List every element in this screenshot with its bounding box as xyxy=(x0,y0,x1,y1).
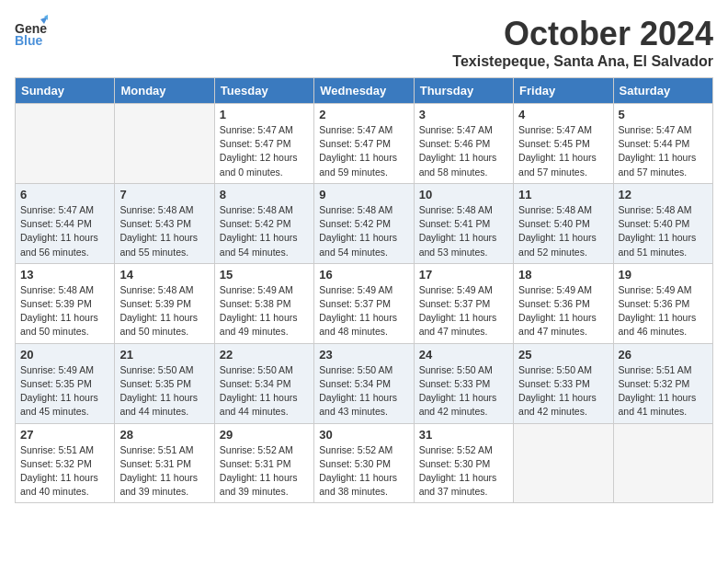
calendar-cell: 16Sunrise: 5:49 AM Sunset: 5:37 PM Dayli… xyxy=(314,263,414,343)
day-number: 26 xyxy=(619,348,708,362)
calendar-cell: 5Sunrise: 5:47 AM Sunset: 5:44 PM Daylig… xyxy=(613,104,712,184)
calendar-cell xyxy=(115,104,214,184)
day-number: 8 xyxy=(220,188,309,201)
day-detail: Sunrise: 5:49 AM Sunset: 5:37 PM Dayligh… xyxy=(319,283,408,339)
title-block: October 2024 Texistepeque, Santa Ana, El… xyxy=(452,15,713,70)
calendar-cell: 1Sunrise: 5:47 AM Sunset: 5:47 PM Daylig… xyxy=(214,104,313,184)
day-detail: Sunrise: 5:49 AM Sunset: 5:38 PM Dayligh… xyxy=(220,283,309,339)
day-number: 2 xyxy=(319,108,408,121)
month-title: October 2024 xyxy=(452,15,713,53)
day-number: 23 xyxy=(319,348,408,362)
calendar-week-row: 27Sunrise: 5:51 AM Sunset: 5:32 PM Dayli… xyxy=(16,423,713,503)
day-detail: Sunrise: 5:50 AM Sunset: 5:34 PM Dayligh… xyxy=(319,363,408,419)
day-number: 1 xyxy=(220,108,309,121)
day-detail: Sunrise: 5:49 AM Sunset: 5:36 PM Dayligh… xyxy=(619,283,708,339)
calendar-week-row: 6Sunrise: 5:47 AM Sunset: 5:44 PM Daylig… xyxy=(16,183,713,263)
day-number: 16 xyxy=(319,268,408,282)
day-detail: Sunrise: 5:48 AM Sunset: 5:41 PM Dayligh… xyxy=(419,203,508,259)
day-number: 4 xyxy=(518,108,608,121)
day-detail: Sunrise: 5:48 AM Sunset: 5:43 PM Dayligh… xyxy=(119,203,209,259)
calendar-cell: 17Sunrise: 5:49 AM Sunset: 5:37 PM Dayli… xyxy=(414,263,513,343)
day-of-week-header: Tuesday xyxy=(214,78,313,104)
day-detail: Sunrise: 5:48 AM Sunset: 5:40 PM Dayligh… xyxy=(518,203,608,259)
day-detail: Sunrise: 5:47 AM Sunset: 5:45 PM Dayligh… xyxy=(518,123,608,179)
calendar-week-row: 13Sunrise: 5:48 AM Sunset: 5:39 PM Dayli… xyxy=(16,263,713,343)
day-detail: Sunrise: 5:52 AM Sunset: 5:30 PM Dayligh… xyxy=(419,443,508,500)
calendar-cell: 6Sunrise: 5:47 AM Sunset: 5:44 PM Daylig… xyxy=(16,183,115,263)
calendar-cell: 22Sunrise: 5:50 AM Sunset: 5:34 PM Dayli… xyxy=(214,343,313,423)
day-detail: Sunrise: 5:51 AM Sunset: 5:32 PM Dayligh… xyxy=(20,443,109,500)
calendar-cell: 25Sunrise: 5:50 AM Sunset: 5:33 PM Dayli… xyxy=(514,343,613,423)
calendar-cell xyxy=(613,423,712,503)
day-number: 19 xyxy=(619,268,708,282)
day-number: 3 xyxy=(419,108,508,121)
calendar-cell: 30Sunrise: 5:52 AM Sunset: 5:30 PM Dayli… xyxy=(314,423,414,503)
calendar-cell xyxy=(514,423,613,503)
calendar-cell: 24Sunrise: 5:50 AM Sunset: 5:33 PM Dayli… xyxy=(414,343,513,423)
day-number: 17 xyxy=(419,268,508,282)
calendar-cell: 20Sunrise: 5:49 AM Sunset: 5:35 PM Dayli… xyxy=(16,343,115,423)
day-of-week-header: Saturday xyxy=(613,78,712,104)
day-detail: Sunrise: 5:48 AM Sunset: 5:42 PM Dayligh… xyxy=(319,203,408,259)
day-detail: Sunrise: 5:47 AM Sunset: 5:47 PM Dayligh… xyxy=(319,123,408,179)
calendar-cell: 12Sunrise: 5:48 AM Sunset: 5:40 PM Dayli… xyxy=(613,183,712,263)
day-number: 7 xyxy=(119,188,209,201)
day-number: 14 xyxy=(119,268,209,282)
calendar-cell: 7Sunrise: 5:48 AM Sunset: 5:43 PM Daylig… xyxy=(115,183,214,263)
day-detail: Sunrise: 5:52 AM Sunset: 5:30 PM Dayligh… xyxy=(319,443,408,500)
day-number: 21 xyxy=(119,348,209,362)
day-number: 20 xyxy=(20,348,109,362)
day-number: 10 xyxy=(419,188,508,201)
calendar-cell: 18Sunrise: 5:49 AM Sunset: 5:36 PM Dayli… xyxy=(514,263,613,343)
day-number: 9 xyxy=(319,188,408,201)
calendar-body: 1Sunrise: 5:47 AM Sunset: 5:47 PM Daylig… xyxy=(16,104,713,503)
calendar-header-row: SundayMondayTuesdayWednesdayThursdayFrid… xyxy=(16,78,713,104)
calendar-cell: 23Sunrise: 5:50 AM Sunset: 5:34 PM Dayli… xyxy=(314,343,414,423)
calendar-cell: 31Sunrise: 5:52 AM Sunset: 5:30 PM Dayli… xyxy=(414,423,513,503)
day-of-week-header: Thursday xyxy=(414,78,513,104)
day-number: 27 xyxy=(20,428,109,442)
day-detail: Sunrise: 5:48 AM Sunset: 5:42 PM Dayligh… xyxy=(220,203,309,259)
calendar-table: SundayMondayTuesdayWednesdayThursdayFrid… xyxy=(15,77,713,503)
location: Texistepeque, Santa Ana, El Salvador xyxy=(452,53,713,70)
page-header: General Blue October 2024 Texistepeque, … xyxy=(15,15,713,70)
calendar-cell: 21Sunrise: 5:50 AM Sunset: 5:35 PM Dayli… xyxy=(115,343,214,423)
calendar-cell: 19Sunrise: 5:49 AM Sunset: 5:36 PM Dayli… xyxy=(613,263,712,343)
day-number: 29 xyxy=(220,428,309,442)
svg-text:Blue: Blue xyxy=(15,33,43,48)
day-detail: Sunrise: 5:50 AM Sunset: 5:33 PM Dayligh… xyxy=(518,363,608,419)
day-number: 13 xyxy=(20,268,109,282)
day-number: 22 xyxy=(220,348,309,362)
calendar-cell xyxy=(16,104,115,184)
calendar-cell: 9Sunrise: 5:48 AM Sunset: 5:42 PM Daylig… xyxy=(314,183,414,263)
day-detail: Sunrise: 5:52 AM Sunset: 5:31 PM Dayligh… xyxy=(220,443,309,500)
calendar-cell: 2Sunrise: 5:47 AM Sunset: 5:47 PM Daylig… xyxy=(314,104,414,184)
calendar-cell: 4Sunrise: 5:47 AM Sunset: 5:45 PM Daylig… xyxy=(514,104,613,184)
calendar-cell: 8Sunrise: 5:48 AM Sunset: 5:42 PM Daylig… xyxy=(214,183,313,263)
calendar-cell: 29Sunrise: 5:52 AM Sunset: 5:31 PM Dayli… xyxy=(214,423,313,503)
day-detail: Sunrise: 5:47 AM Sunset: 5:46 PM Dayligh… xyxy=(419,123,508,179)
day-detail: Sunrise: 5:50 AM Sunset: 5:34 PM Dayligh… xyxy=(220,363,309,419)
day-of-week-header: Friday xyxy=(514,78,613,104)
day-detail: Sunrise: 5:49 AM Sunset: 5:36 PM Dayligh… xyxy=(518,283,608,339)
day-number: 31 xyxy=(419,428,508,442)
day-detail: Sunrise: 5:47 AM Sunset: 5:44 PM Dayligh… xyxy=(20,203,109,259)
calendar-cell: 14Sunrise: 5:48 AM Sunset: 5:39 PM Dayli… xyxy=(115,263,214,343)
day-of-week-header: Sunday xyxy=(16,78,115,104)
day-detail: Sunrise: 5:48 AM Sunset: 5:39 PM Dayligh… xyxy=(119,283,209,339)
day-number: 25 xyxy=(518,348,608,362)
day-detail: Sunrise: 5:49 AM Sunset: 5:37 PM Dayligh… xyxy=(419,283,508,339)
day-number: 12 xyxy=(619,188,708,201)
calendar-cell: 11Sunrise: 5:48 AM Sunset: 5:40 PM Dayli… xyxy=(514,183,613,263)
calendar-cell: 3Sunrise: 5:47 AM Sunset: 5:46 PM Daylig… xyxy=(414,104,513,184)
calendar-week-row: 1Sunrise: 5:47 AM Sunset: 5:47 PM Daylig… xyxy=(16,104,713,184)
day-number: 6 xyxy=(20,188,109,201)
day-number: 5 xyxy=(619,108,708,121)
calendar-cell: 10Sunrise: 5:48 AM Sunset: 5:41 PM Dayli… xyxy=(414,183,513,263)
calendar-cell: 28Sunrise: 5:51 AM Sunset: 5:31 PM Dayli… xyxy=(115,423,214,503)
day-detail: Sunrise: 5:47 AM Sunset: 5:47 PM Dayligh… xyxy=(220,123,309,179)
day-number: 18 xyxy=(518,268,608,282)
day-number: 30 xyxy=(319,428,408,442)
day-detail: Sunrise: 5:51 AM Sunset: 5:32 PM Dayligh… xyxy=(619,363,708,419)
day-detail: Sunrise: 5:48 AM Sunset: 5:39 PM Dayligh… xyxy=(20,283,109,339)
